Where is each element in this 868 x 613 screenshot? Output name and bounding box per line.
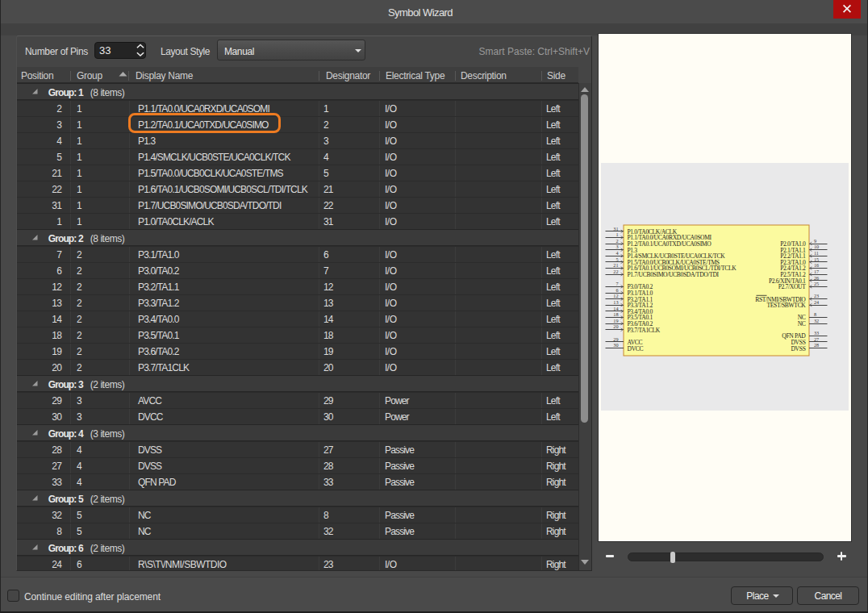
svg-text:26: 26 [814,275,819,281]
svg-text:30: 30 [613,342,618,348]
svg-text:32: 32 [814,318,819,323]
svg-text:4: 4 [616,250,618,256]
svg-text:12: 12 [613,293,618,298]
svg-text:18: 18 [613,311,618,317]
svg-text:14: 14 [613,306,618,311]
svg-text:20: 20 [613,323,618,329]
svg-text:31: 31 [613,226,618,231]
svg-text:23: 23 [814,293,819,298]
svg-text:29: 29 [613,336,618,342]
svg-text:TEST/SBWTCK: TEST/SBWTCK [766,302,806,309]
svg-text:3: 3 [616,244,618,249]
svg-text:15: 15 [814,256,819,262]
svg-text:8: 8 [814,311,816,317]
svg-text:2: 2 [616,238,618,244]
svg-text:P1.2/TA0.1/UCA0TXD/UCA0SIMO: P1.2/TA0.1/UCA0TXD/UCA0SIMO [628,240,712,248]
svg-text:9: 9 [814,238,816,244]
svg-text:P3.7/TA1CLK: P3.7/TA1CLK [628,327,661,334]
svg-text:P2.7/XOUT: P2.7/XOUT [778,283,806,290]
svg-text:5: 5 [616,256,618,262]
svg-text:28: 28 [814,342,819,348]
svg-text:17: 17 [814,269,819,274]
svg-text:21: 21 [613,262,618,268]
svg-text:13: 13 [613,299,618,305]
svg-text:25: 25 [814,281,819,286]
svg-text:24: 24 [814,299,819,305]
svg-text:1: 1 [616,231,618,237]
svg-text:7: 7 [616,281,618,286]
svg-text:10: 10 [814,244,819,249]
svg-text:33: 33 [814,330,819,336]
svg-text:19: 19 [613,318,618,323]
svg-text:11: 11 [814,250,819,256]
svg-text:DVCC: DVCC [628,345,644,352]
svg-text:22: 22 [613,269,618,274]
svg-text:DVSS: DVSS [791,345,805,352]
svg-text:27: 27 [814,336,819,342]
svg-text:P1.7/UCB0SIMO/UCB0SDA/TDO/TDI: P1.7/UCB0SIMO/UCB0SDA/TDO/TDI [628,271,720,278]
svg-text:6: 6 [616,287,618,293]
svg-text:16: 16 [814,262,819,268]
svg-text:NC: NC [798,320,806,327]
